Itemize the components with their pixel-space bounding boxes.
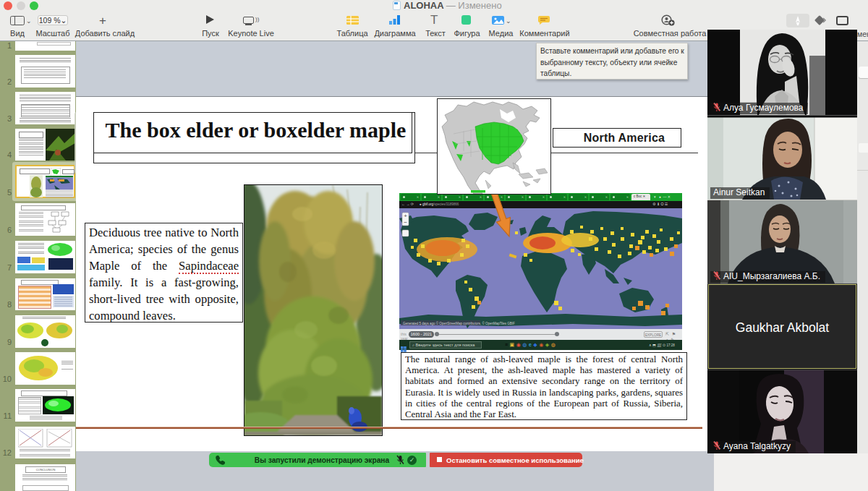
svg-text:−: − [404,219,407,226]
svg-text:+: + [404,213,407,219]
svg-text:Generated 5 days ago © OpenStr: Generated 5 days ago © OpenStreetMap con… [403,321,515,325]
